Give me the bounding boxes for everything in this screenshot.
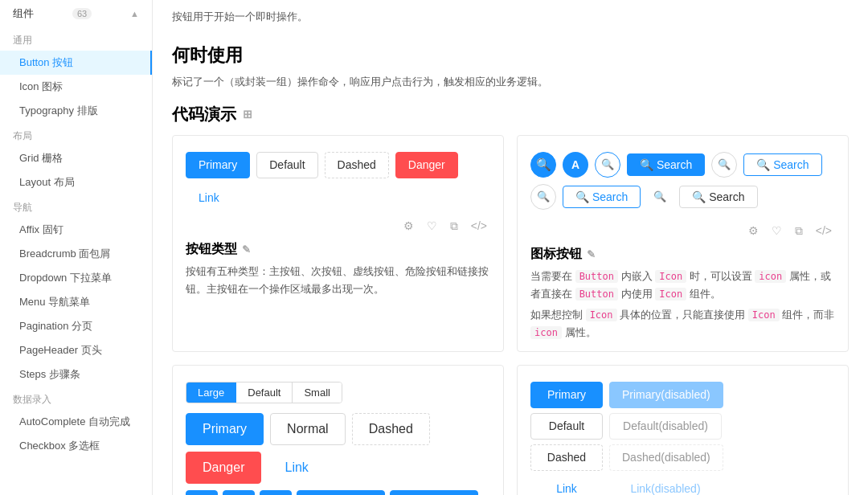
sidebar-section-common: 通用 <box>0 27 152 51</box>
box1-edit-icon[interactable]: ✎ <box>242 243 251 256</box>
size-btn-dashed[interactable]: Dashed <box>352 413 430 445</box>
box2-bookmark-icon[interactable]: ♡ <box>768 223 785 239</box>
sidebar-item-menu[interactable]: Menu 导航菜单 <box>0 290 152 314</box>
state-row-dashed: Dashed Dashed(disabled) <box>530 444 835 471</box>
state-btn-default[interactable]: Default <box>530 413 603 440</box>
size-btn-primary[interactable]: Primary <box>186 413 264 445</box>
demo-box-icon-buttons: 🔍 A 🔍 🔍 Search 🔍 🔍 Search 🔍 🔍 Search 🔍 🔍… <box>517 135 849 352</box>
demo-row-2: Large Default Small Primary Normal Dashe… <box>172 365 849 495</box>
icon-btn-search-filled[interactable]: 🔍 <box>530 152 556 178</box>
state-btn-dashed[interactable]: Dashed <box>530 444 603 471</box>
tab-default[interactable]: Default <box>236 382 293 403</box>
demo-box-button-states: Primary Primary(disabled) Default Defaul… <box>517 365 849 495</box>
icon-btn-search-2[interactable]: 🔍 <box>530 184 556 210</box>
search-btn-2[interactable]: 🔍 Search <box>563 186 641 208</box>
download-btn-text-2[interactable]: ⬇ Download <box>390 490 478 495</box>
sidebar-item-typography[interactable]: Typography 排版 <box>0 99 152 123</box>
state-row-default: Default Default(disabled) <box>530 413 835 440</box>
tab-small[interactable]: Small <box>293 382 342 403</box>
box2-edit-icon[interactable]: ✎ <box>587 248 596 260</box>
when-title: 何时使用 <box>172 43 849 68</box>
size-btn-normal[interactable]: Normal <box>270 413 346 445</box>
sidebar-item-layout[interactable]: Layout 布局 <box>0 170 152 194</box>
state-btn-primary-disabled[interactable]: Primary(disabled) <box>609 382 723 408</box>
state-btn-default-disabled[interactable]: Default(disabled) <box>609 413 722 440</box>
main-content: 按钮用于开始一个即时操作。 何时使用 标记了一个（或封装一组）操作命令，响应用户… <box>153 0 868 495</box>
state-row-link: Link Link(disabled) <box>530 476 835 495</box>
box2-settings-icon[interactable]: ⚙ <box>745 223 762 239</box>
sidebar-item-dropdown[interactable]: Dropdown 下拉菜单 <box>0 266 152 290</box>
state-btn-dashed-disabled[interactable]: Dashed(disabled) <box>609 444 723 471</box>
sidebar-section-layout: 布局 <box>0 123 152 146</box>
search-btn-filled[interactable]: 🔍 Search <box>627 153 705 176</box>
sidebar-item-icon[interactable]: Icon 图标 <box>0 75 152 99</box>
sidebar-header-title: 组件 <box>13 6 34 21</box>
download-buttons-inner: ⬇ ⬇ ⬇ ⬇ Download ⬇ Download <box>186 490 490 495</box>
demo-box-button-types: Primary Default Dashed Danger Link ⚙ ♡ ⧉… <box>172 135 504 352</box>
search-btn-3[interactable]: 🔍 Search <box>679 186 757 208</box>
download-btn-1[interactable]: ⬇ <box>186 490 218 495</box>
size-btn-danger[interactable]: Danger <box>186 452 261 484</box>
state-btn-link-disabled[interactable]: Link(disabled) <box>609 476 722 495</box>
sidebar-item-pagination[interactable]: Pagination 分页 <box>0 314 152 338</box>
box2-toolbar: ⚙ ♡ ⧉ </> <box>530 216 835 239</box>
btn-dashed[interactable]: Dashed <box>325 152 389 178</box>
box2-sub-desc2: 如果想控制 Icon 具体的位置，只能直接使用 Icon 组件，而非 icon … <box>530 306 835 342</box>
sidebar-item-pageheader[interactable]: PageHeader 页头 <box>0 338 152 362</box>
size-btn-link[interactable]: Link <box>268 452 325 484</box>
size-buttons-inner: Primary Normal Dashed Danger Link <box>186 413 490 484</box>
sidebar-item-button[interactable]: Button 按钮 <box>0 51 152 75</box>
box2-copy-icon[interactable]: ⧉ <box>792 223 806 239</box>
sidebar-item-autocomplete[interactable]: AutoComplete 自动完成 <box>0 410 152 434</box>
icon-btn-search-3[interactable]: 🔍 <box>647 184 673 210</box>
icon-btn-search-outline[interactable]: 🔍 <box>595 152 620 178</box>
box2-sub: 图标按钮 ✎ 当需要在 Button 内嵌入 Icon 时，可以设置 icon … <box>530 246 835 342</box>
state-btn-link[interactable]: Link <box>530 476 603 495</box>
box1-sub-title: 按钮类型 ✎ <box>186 241 490 258</box>
when-desc: 标记了一个（或封装一组）操作命令，响应用户点击行为，触发相应的业务逻辑。 <box>172 74 849 91</box>
button-types-inner: Primary Default Dashed Danger Link <box>186 152 490 211</box>
sidebar-chevron[interactable]: ▲ <box>130 9 139 18</box>
btn-primary[interactable]: Primary <box>186 152 250 178</box>
box2-sub-desc1: 当需要在 Button 内嵌入 Icon 时，可以设置 icon 属性，或者直接… <box>530 268 835 303</box>
box2-sub-title: 图标按钮 ✎ <box>530 246 835 263</box>
sidebar-item-checkbox[interactable]: Checkbox 多选框 <box>0 434 152 458</box>
download-btn-3[interactable]: ⬇ <box>260 490 292 495</box>
sidebar-item-affix[interactable]: Affix 固钉 <box>0 218 152 242</box>
settings-icon[interactable]: ⚙ <box>400 218 417 234</box>
btn-danger[interactable]: Danger <box>395 152 458 178</box>
download-btn-2[interactable]: ⬇ <box>223 490 255 495</box>
sidebar-section-nav: 导航 <box>0 194 152 218</box>
sidebar-section-data-entry: 数据录入 <box>0 387 152 410</box>
size-tabs: Large Default Small <box>186 382 342 403</box>
box1-sub: 按钮类型 ✎ 按钮有五种类型：主按钮、次按钮、虚线按钮、危险按钮和链接按钮。主按… <box>186 241 490 298</box>
sidebar: 组件 63 ▲ 通用 Button 按钮 Icon 图标 Typography … <box>0 0 153 495</box>
search-btn-outline[interactable]: 🔍 Search <box>743 153 821 176</box>
state-row-primary: Primary Primary(disabled) <box>530 382 835 408</box>
icon-buttons-inner: 🔍 A 🔍 🔍 Search 🔍 🔍 Search <box>530 152 835 178</box>
sidebar-count: 63 <box>72 8 92 19</box>
code-icon[interactable]: </> <box>468 218 490 234</box>
icon-buttons-row2: 🔍 🔍 Search 🔍 🔍 Search <box>530 184 835 210</box>
sidebar-item-grid[interactable]: Grid 栅格 <box>0 146 152 170</box>
bookmark-icon[interactable]: ♡ <box>424 218 440 234</box>
box2-code-icon[interactable]: </> <box>813 223 835 239</box>
box1-sub-desc: 按钮有五种类型：主按钮、次按钮、虚线按钮、危险按钮和链接按钮。主按钮在一个操作区… <box>186 263 490 298</box>
demo-row-1: Primary Default Dashed Danger Link ⚙ ♡ ⧉… <box>172 135 849 352</box>
tab-large[interactable]: Large <box>186 382 236 403</box>
box1-toolbar: ⚙ ♡ ⧉ </> <box>186 211 490 235</box>
icon-btn-a-circle[interactable]: A <box>563 152 588 178</box>
download-btn-text-1[interactable]: ⬇ Download <box>297 490 385 495</box>
copy-icon[interactable]: ⧉ <box>447 218 461 235</box>
intro-text: 按钮用于开始一个即时操作。 <box>172 0 849 31</box>
icon-btn-search-plain[interactable]: 🔍 <box>711 152 737 178</box>
demo-title-icon[interactable]: ⊞ <box>243 108 252 121</box>
sidebar-header: 组件 63 ▲ <box>0 0 152 27</box>
demo-title: 代码演示 ⊞ <box>172 104 849 125</box>
sidebar-item-steps[interactable]: Steps 步骤条 <box>0 362 152 387</box>
btn-link[interactable]: Link <box>186 185 232 211</box>
btn-default[interactable]: Default <box>256 152 317 178</box>
state-btn-primary[interactable]: Primary <box>530 382 603 408</box>
demo-box-button-size: Large Default Small Primary Normal Dashe… <box>172 365 504 495</box>
sidebar-item-breadcrumb[interactable]: Breadcrumb 面包屑 <box>0 242 152 266</box>
